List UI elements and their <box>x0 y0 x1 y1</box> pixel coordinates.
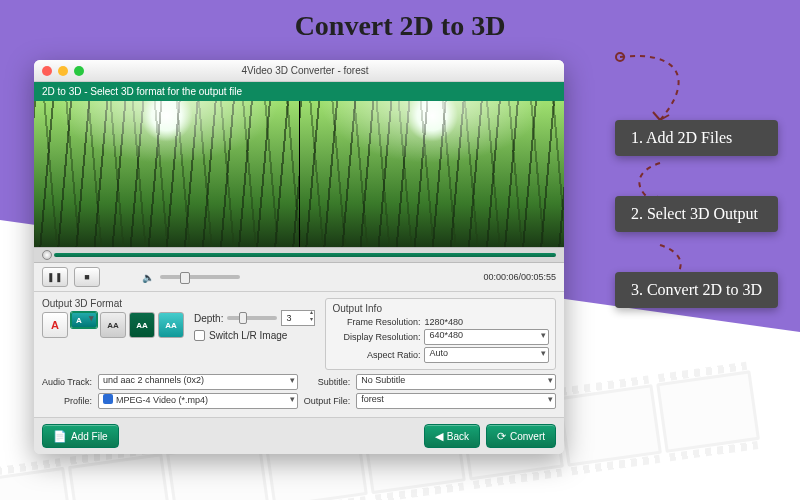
format-sbs-half[interactable]: AA <box>129 312 155 338</box>
display-res-select[interactable]: 640*480 <box>424 329 549 345</box>
seek-handle-icon[interactable] <box>42 250 52 260</box>
switch-lr-label: Switch L/R Image <box>209 330 287 341</box>
audio-track-value: und aac 2 channels (0x2) <box>103 375 204 385</box>
back-arrow-icon: ◀ <box>435 430 443 443</box>
steps-list: 1. Add 2D Files 2. Select 3D Output 3. C… <box>615 120 778 308</box>
back-button[interactable]: ◀ Back <box>424 424 480 448</box>
depth-stepper[interactable]: 3 <box>281 310 315 326</box>
format-sbs-full[interactable]: AA <box>100 312 126 338</box>
preview-left-eye <box>34 101 299 247</box>
profile-select[interactable]: MPEG-4 Video (*.mp4) <box>98 393 298 409</box>
output-file-label: Output File: <box>304 396 351 406</box>
depth-slider[interactable] <box>227 316 277 320</box>
subtitle-label: Subtitle: <box>304 377 351 387</box>
display-res-value: 640*480 <box>429 330 463 340</box>
svg-point-0 <box>616 53 624 61</box>
time-display: 00:00:06/00:05:55 <box>483 272 556 282</box>
close-icon[interactable] <box>42 66 52 76</box>
depth-label: Depth: <box>194 313 223 324</box>
profile-format-icon <box>103 394 113 404</box>
add-file-icon: 📄 <box>53 430 67 443</box>
depth-value: 3 <box>286 313 291 323</box>
aspect-select[interactable]: Auto <box>424 347 549 363</box>
seek-bar[interactable] <box>34 247 564 263</box>
profile-label: Profile: <box>42 396 92 406</box>
app-window: 4Video 3D Converter - forest 2D to 3D - … <box>34 60 564 454</box>
aspect-label: Aspect Ratio: <box>332 350 420 360</box>
convert-button[interactable]: ⟳ Convert <box>486 424 556 448</box>
profile-value: MPEG-4 Video (*.mp4) <box>116 395 208 405</box>
stop-icon: ■ <box>84 272 89 282</box>
format-anaglyph-red[interactable]: A <box>42 312 68 338</box>
switch-lr-checkbox[interactable] <box>194 330 205 341</box>
frame-res-value: 1280*480 <box>424 317 463 327</box>
page-title: Convert 2D to 3D <box>0 0 800 50</box>
frame-res-label: Frame Resolution: <box>332 317 420 327</box>
convert-icon: ⟳ <box>497 430 506 443</box>
window-title: 4Video 3D Converter - forest <box>54 65 556 76</box>
format-options: A A AA AA AA <box>42 312 184 338</box>
aspect-value: Auto <box>429 348 448 358</box>
footer-bar: 📄 Add File ◀ Back ⟳ Convert <box>34 417 564 454</box>
video-preview <box>34 101 564 247</box>
subtitle-select[interactable]: No Subtitle <box>356 374 556 390</box>
volume-slider[interactable] <box>160 275 240 279</box>
seek-track[interactable] <box>54 253 556 257</box>
step-3-callout: 3. Convert 2D to 3D <box>615 272 778 308</box>
format-tab[interactable]: AA <box>158 312 184 338</box>
step-1-callout: 1. Add 2D Files <box>615 120 778 156</box>
subtitle-value: No Subtitle <box>361 375 405 385</box>
status-instruction-bar: 2D to 3D - Select 3D format for the outp… <box>34 82 564 101</box>
window-titlebar[interactable]: 4Video 3D Converter - forest <box>34 60 564 82</box>
output-info-title: Output Info <box>332 303 549 314</box>
output-info-box: Output Info Frame Resolution: 1280*480 D… <box>325 298 556 370</box>
playback-controls: ❚❚ ■ 🔈 00:00:06/00:05:55 <box>34 263 564 292</box>
back-label: Back <box>447 431 469 442</box>
pause-button[interactable]: ❚❚ <box>42 267 68 287</box>
convert-label: Convert <box>510 431 545 442</box>
stop-button[interactable]: ■ <box>74 267 100 287</box>
audio-track-label: Audio Track: <box>42 377 92 387</box>
output-format-label: Output 3D Format <box>42 298 184 309</box>
audio-track-select[interactable]: und aac 2 channels (0x2) <box>98 374 298 390</box>
pause-icon: ❚❚ <box>47 272 63 282</box>
preview-right-eye <box>300 101 565 247</box>
add-file-button[interactable]: 📄 Add File <box>42 424 119 448</box>
output-file-value: forest <box>361 394 384 404</box>
add-file-label: Add File <box>71 431 108 442</box>
display-res-label: Display Resolution: <box>332 332 420 342</box>
output-file-field[interactable]: forest <box>356 393 556 409</box>
volume-icon: 🔈 <box>142 272 154 283</box>
format-anaglyph-cyan[interactable]: A <box>71 312 97 328</box>
step-2-callout: 2. Select 3D Output <box>615 196 778 232</box>
